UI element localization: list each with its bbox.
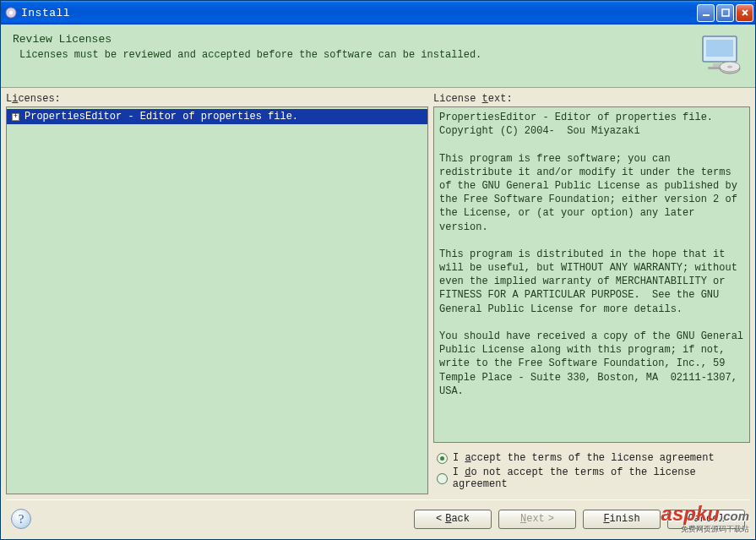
window-title: Install: [21, 7, 697, 19]
licenses-panel: Licenses: + PropertiesEditor - Editor of…: [6, 93, 428, 494]
install-icon: [696, 33, 743, 77]
license-text-label: License text:: [433, 93, 750, 105]
footer: ? < Back Next > Finish Cancel: [1, 500, 755, 539]
svg-point-1: [9, 11, 13, 14]
accept-radio[interactable]: I accept the terms of the license agreem…: [437, 452, 750, 464]
app-icon: [4, 6, 18, 19]
license-item-label: PropertiesEditor - Editor of properties …: [24, 111, 298, 123]
license-text-box[interactable]: PropertiesEditor - Editor of properties …: [433, 106, 750, 443]
back-button[interactable]: < Back: [414, 510, 492, 529]
cancel-button[interactable]: Cancel: [667, 510, 745, 529]
maximize-button[interactable]: [716, 4, 734, 22]
close-button[interactable]: [736, 4, 753, 22]
svg-point-10: [727, 66, 732, 68]
accept-radio-group: I accept the terms of the license agreem…: [433, 448, 750, 494]
radio-icon: [437, 473, 448, 484]
next-button[interactable]: Next >: [498, 510, 576, 529]
expand-icon[interactable]: +: [12, 113, 19, 121]
content-area: Licenses: + PropertiesEditor - Editor of…: [1, 88, 755, 494]
minimize-button[interactable]: [697, 4, 715, 22]
titlebar[interactable]: Install: [1, 1, 755, 25]
radio-icon: [437, 453, 448, 464]
licenses-list[interactable]: + PropertiesEditor - Editor of propertie…: [6, 106, 428, 494]
footer-buttons: < Back Next > Finish Cancel: [414, 510, 745, 529]
wizard-header: Review Licenses Licenses must be reviewe…: [1, 25, 755, 88]
titlebar-buttons: [697, 4, 753, 22]
decline-radio[interactable]: I do not accept the terms of the license…: [437, 466, 750, 490]
license-item[interactable]: + PropertiesEditor - Editor of propertie…: [7, 109, 427, 124]
svg-rect-3: [722, 9, 729, 16]
help-button[interactable]: ?: [11, 509, 31, 529]
install-window: Install Review Licenses Licenses must be…: [0, 0, 756, 540]
page-subtitle: Licenses must be reviewed and accepted b…: [19, 49, 696, 61]
decline-label: I do not accept the terms of the license…: [453, 466, 750, 490]
accept-label: I accept the terms of the license agreem…: [453, 452, 715, 464]
page-title: Review Licenses: [13, 33, 696, 46]
svg-rect-5: [706, 40, 733, 57]
finish-button[interactable]: Finish: [583, 510, 661, 529]
license-text-panel: License text: PropertiesEditor - Editor …: [433, 93, 750, 494]
licenses-label: Licenses:: [6, 93, 428, 105]
svg-rect-2: [703, 14, 710, 16]
